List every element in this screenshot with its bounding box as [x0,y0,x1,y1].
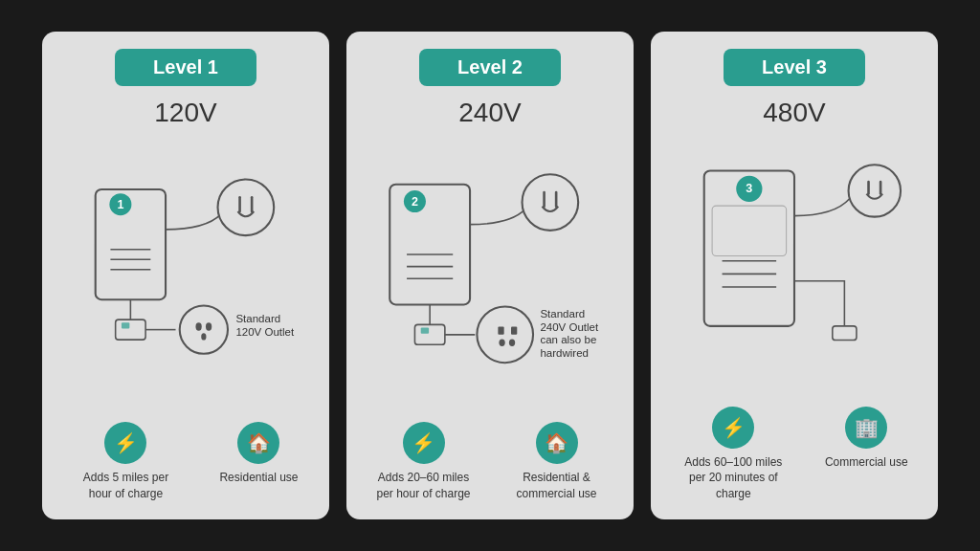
svg-text:2: 2 [412,194,418,208]
level2-speed-text: Adds 20–60 miles per hour of charge [371,470,477,502]
level3-card: Level 3 480V 3 [651,32,938,519]
level3-speed-icon: ⚡ [712,407,754,449]
svg-text:Standard: Standard [540,308,585,320]
level3-speed-info: ⚡ Adds 60–100 miles per 20 minutes of ch… [680,407,786,502]
level1-use-icon: 🏠 [237,422,279,464]
level1-bottom: ⚡ Adds 5 miles per hour of charge 🏠 Resi… [42,412,329,519]
svg-point-12 [195,322,201,330]
svg-rect-27 [421,327,429,333]
svg-point-32 [509,339,515,345]
svg-point-14 [201,333,206,340]
level3-use-info: 🏢 Commercial use [825,407,908,471]
svg-rect-9 [116,320,145,340]
level1-speed-text: Adds 5 miles per hour of charge [73,470,178,502]
level2-diagram: 2 [346,136,634,412]
level1-header: Level 1 [115,49,256,86]
level1-speed-info: ⚡ Adds 5 miles per hour of charge [73,422,178,502]
level2-card: Level 2 240V 2 [346,32,634,519]
svg-text:3: 3 [746,183,752,196]
level3-use-icon: 🏢 [845,407,887,449]
main-container: Level 1 120V 1 [0,0,980,551]
level3-voltage: 480V [763,98,825,128]
level1-use-text: Residential use [219,470,298,486]
svg-point-23 [523,174,579,231]
svg-point-6 [218,179,275,235]
level2-bottom: ⚡ Adds 20–60 miles per hour of charge 🏠 … [346,412,634,519]
level2-use-text: Residential & commercial use [504,470,610,502]
level2-speed-info: ⚡ Adds 20–60 miles per hour of charge [371,422,477,502]
level2-speed-icon: ⚡ [403,422,445,464]
svg-text:1: 1 [117,197,123,210]
level3-use-text: Commercial use [825,454,908,471]
level1-card: Level 1 120V 1 [42,32,329,519]
svg-point-31 [499,339,504,345]
svg-text:hardwired: hardwired [540,347,589,359]
svg-rect-29 [498,326,503,334]
level3-diagram: 3 [651,136,938,397]
svg-rect-26 [414,324,444,344]
svg-rect-30 [511,326,517,334]
svg-point-28 [477,306,533,363]
svg-text:240V Outlet: 240V Outlet [540,320,599,332]
svg-point-13 [206,322,212,330]
level3-speed-text: Adds 60–100 miles per 20 minutes of char… [680,454,786,502]
level1-use-info: 🏠 Residential use [219,422,298,486]
level1-voltage: 120V [154,98,216,128]
level2-voltage: 240V [458,98,521,128]
level2-header: Level 2 [419,49,561,86]
svg-text:can also be: can also be [540,334,596,345]
svg-point-44 [849,165,901,216]
level2-use-icon: 🏠 [536,422,578,464]
svg-text:120V Outlet: 120V Outlet [235,326,295,338]
level3-header: Level 3 [724,49,865,86]
svg-text:Standard: Standard [235,313,280,324]
level2-use-info: 🏠 Residential & commercial use [504,422,610,502]
level1-diagram: 1 [42,136,329,412]
svg-rect-10 [122,322,129,328]
level3-bottom: ⚡ Adds 60–100 miles per 20 minutes of ch… [651,397,938,519]
svg-rect-17 [390,184,470,304]
svg-rect-47 [833,326,857,341]
level1-speed-icon: ⚡ [104,422,146,464]
svg-point-11 [180,305,228,353]
